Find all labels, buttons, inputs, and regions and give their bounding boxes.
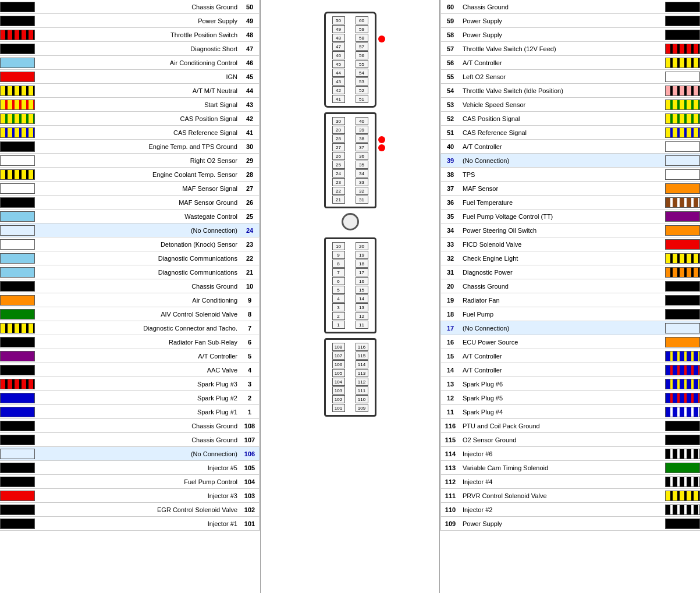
pin-label: Chassis Ground: [35, 422, 240, 429]
pin-number: 46: [240, 56, 260, 69]
wire-color-swatch: [665, 379, 700, 389]
pin-row: 40A/T Controller: [440, 140, 700, 154]
wire-color-swatch: [665, 113, 700, 124]
conn-cell: 43: [332, 77, 345, 86]
pin-number: 33: [440, 237, 460, 251]
conn-cell: 37: [356, 143, 368, 151]
pin-number: 11: [440, 405, 460, 418]
conn-cell: 106: [332, 360, 345, 368]
red-dot-indicator-3: [378, 144, 385, 151]
pin-row: 27MAF Sensor Signal: [0, 182, 260, 196]
conn-row: 44 54: [327, 69, 374, 77]
pin-number: 113: [440, 461, 460, 474]
pin-row: 103Injector #3: [0, 489, 260, 503]
wire-color-swatch: [665, 421, 700, 431]
pin-label: Injector #2: [460, 506, 665, 513]
conn-row: 3 13: [327, 303, 374, 311]
pin-number: 8: [240, 307, 260, 321]
conn-cell: 25: [332, 161, 345, 169]
conn-cell: 6: [332, 277, 345, 285]
conn-row: 42 52: [327, 86, 374, 94]
wire-color-swatch: [0, 477, 35, 487]
pin-number: 30: [240, 140, 260, 153]
pin-number: 40: [440, 140, 460, 153]
pin-row: 16ECU Power Source: [440, 335, 700, 349]
pin-number: 4: [240, 363, 260, 377]
conn-cell: 108: [332, 343, 345, 351]
pin-row: 110Injector #2: [440, 503, 700, 517]
wire-color-swatch: [0, 58, 35, 68]
pin-row: 101Injector #1: [0, 517, 260, 531]
wire-color-swatch: [0, 169, 35, 180]
wire-color-swatch: [665, 449, 700, 459]
conn-cell: 17: [356, 268, 368, 276]
wire-color-swatch: [0, 323, 35, 333]
pin-row: 23Detonation (Knock) Sensor: [0, 237, 260, 251]
pin-row: 36Fuel Temperature: [440, 196, 700, 209]
conn-row: 23 33: [327, 178, 374, 186]
conn-cell: 57: [356, 42, 368, 51]
conn-cell: 59: [356, 25, 368, 33]
wire-color-swatch: [665, 491, 700, 501]
pin-row: 7Diagnostic Connector and Tacho.: [0, 321, 260, 335]
wire-color-swatch: [665, 295, 700, 306]
wire-color-swatch: [0, 365, 35, 375]
conn-cell: 36: [356, 152, 368, 160]
conn-cell: 3: [332, 303, 345, 311]
pin-number: 37: [440, 182, 460, 195]
pin-label: Power Supply: [460, 520, 665, 527]
pin-row: 48Throttle Position Switch: [0, 28, 260, 42]
pin-number: 12: [440, 391, 460, 404]
conn-cell: 52: [356, 86, 368, 94]
pin-number: 9: [240, 293, 260, 307]
pin-label: Spark Plug #2: [35, 395, 240, 402]
conn-cell: 115: [356, 351, 368, 360]
pin-number: 58: [440, 28, 460, 41]
wire-color-swatch: [0, 463, 35, 473]
pin-row: 49Power Supply: [0, 14, 260, 28]
pin-label: (No Connection): [460, 157, 665, 164]
pin-label: MAF Sensor: [460, 185, 665, 192]
wire-color-swatch: [0, 491, 35, 501]
wire-color-swatch: [0, 309, 35, 319]
conn-row: 49 59: [327, 25, 374, 33]
pin-label: Fuel Pump Voltage Control (TT): [460, 213, 665, 220]
wire-color-swatch: [0, 519, 35, 529]
conn-row: 7 17: [327, 268, 374, 276]
pin-number: 23: [240, 237, 260, 251]
pin-row: 6Radiator Fan Sub-Relay: [0, 335, 260, 349]
pin-row: 19Radiator Fan: [440, 293, 700, 307]
conn-cell: 104: [332, 378, 345, 386]
pin-label: A/T Controller: [460, 367, 665, 374]
pin-number: 2: [240, 391, 260, 404]
pin-number: 3: [240, 377, 260, 390]
conn-row: 24 34: [327, 169, 374, 177]
wire-color-swatch: [665, 30, 700, 40]
pin-row: 15A/T Controller: [440, 349, 700, 363]
wire-color-swatch: [665, 127, 700, 138]
pin-number: 53: [440, 98, 460, 111]
wire-color-swatch: [0, 379, 35, 389]
pin-row: 54Throttle Valve Switch (Idle Position): [440, 84, 700, 98]
pin-number: 105: [240, 461, 260, 474]
pin-row: 45IGN: [0, 70, 260, 84]
pin-row: 55Left O2 Sensor: [440, 70, 700, 84]
conn-cell: 28: [332, 134, 345, 143]
left-panel: 50Chassis Ground49Power Supply48Throttle…: [0, 0, 261, 593]
pin-label: Wastegate Control: [35, 213, 240, 220]
pin-label: Injector #1: [35, 520, 240, 527]
pin-label: Power Steering Oil Switch: [460, 227, 665, 234]
conn-cell: 30: [332, 117, 345, 125]
conn-cell: 9: [332, 251, 345, 259]
pin-number: 16: [440, 335, 460, 349]
wire-color-swatch: [0, 30, 35, 40]
pin-label: TPS: [460, 171, 665, 178]
wire-color-swatch: [0, 155, 35, 166]
pin-number: 15: [440, 349, 460, 363]
conn-cell: 102: [332, 395, 345, 403]
wire-color-swatch: [665, 86, 700, 96]
pin-number: 101: [240, 517, 260, 530]
wire-color-swatch: [665, 72, 700, 82]
pin-label: Right O2 Sensor: [35, 157, 240, 164]
wire-color-swatch: [0, 127, 35, 138]
